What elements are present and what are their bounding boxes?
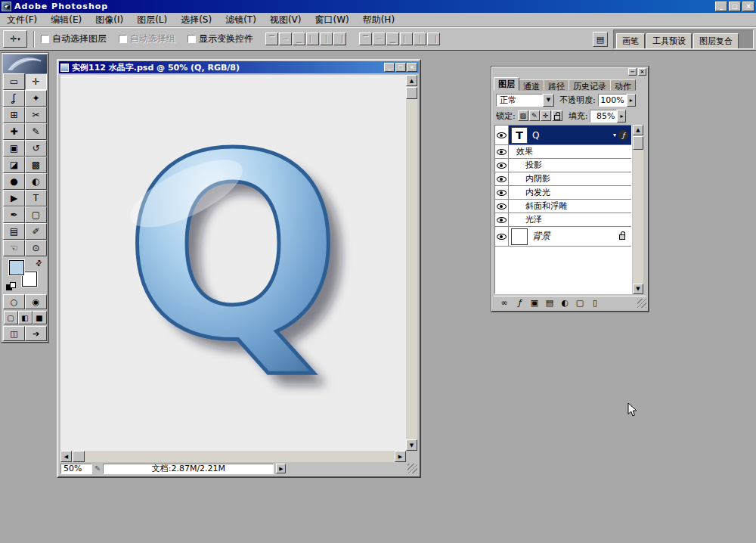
horizontal-scrollbar[interactable]: ◀ ▶ — [60, 451, 406, 462]
adjustment-layer-icon[interactable]: ◐ — [559, 298, 571, 309]
standard-screen-button[interactable]: ▢ — [4, 311, 18, 324]
standard-mode-button[interactable]: ○ — [3, 294, 25, 309]
dodge-tool[interactable]: ◐ — [25, 173, 47, 190]
effects-collapse-icon[interactable]: ▾ — [613, 132, 616, 138]
show-transform-option[interactable]: 显示变换控件 — [187, 33, 253, 45]
brushes-palette-tab[interactable]: 画笔 — [616, 33, 645, 48]
toolbox-header-art[interactable] — [3, 54, 47, 73]
fullscreen-menubar-button[interactable]: ◧ — [18, 311, 33, 324]
notes-tool[interactable]: ▤ — [3, 223, 25, 240]
visibility-toggle[interactable] — [495, 186, 509, 199]
minimize-button[interactable]: _ — [715, 2, 727, 11]
tool-presets-palette-tab[interactable]: 工具预设 — [646, 33, 692, 48]
status-menu-arrow-icon[interactable]: ▶ — [276, 464, 286, 473]
visibility-toggle[interactable] — [495, 172, 509, 185]
history-brush-tool[interactable]: ↺ — [25, 140, 47, 157]
text-layer-thumbnail[interactable]: T — [511, 127, 528, 144]
visibility-toggle[interactable] — [495, 200, 509, 213]
quick-mask-mode-button[interactable]: ◉ — [25, 294, 47, 309]
default-colors-icon[interactable] — [6, 282, 16, 293]
scroll-down-icon[interactable]: ▼ — [406, 439, 417, 451]
lasso-tool[interactable]: ʆ — [3, 90, 25, 107]
document-title-bar[interactable]: 实例112 水晶字.psd @ 50% (Q, RGB/8) _ □ × — [59, 61, 419, 73]
delete-layer-icon[interactable]: ▯ — [589, 298, 601, 309]
edit-in-photoshop-icon[interactable]: ◫ — [3, 326, 25, 341]
auto-select-layer-option[interactable]: 自动选择图层 — [41, 33, 107, 45]
palette-scrollbar[interactable]: ▲ ▼ — [633, 125, 643, 294]
effect-row-inner-glow[interactable]: 内发光 — [495, 186, 631, 200]
link-layers-icon[interactable]: ∞ — [498, 298, 510, 309]
eyedropper-tool[interactable]: ✐ — [25, 223, 47, 240]
menu-filter[interactable]: 滤镜(T) — [218, 13, 263, 27]
visibility-toggle[interactable] — [495, 227, 509, 246]
menu-help[interactable]: 帮助(H) — [356, 13, 401, 27]
effect-row-drop-shadow[interactable]: 投影 — [495, 159, 631, 172]
vertical-scroll-thumb[interactable] — [406, 87, 417, 99]
new-group-icon[interactable]: ▤ — [544, 298, 556, 309]
rectangular-marquee-tool[interactable]: ▭ — [3, 73, 25, 90]
jump-to-imageready-button[interactable]: ➔ — [25, 326, 47, 341]
opacity-input[interactable]: 100% — [598, 94, 627, 107]
magic-wand-tool[interactable]: ✦ — [25, 90, 47, 107]
layer-name[interactable]: Q — [532, 130, 539, 141]
fullscreen-button[interactable]: ■ — [33, 311, 47, 324]
doc-minimize-button[interactable]: _ — [384, 63, 395, 72]
brush-tool[interactable]: ✎ — [25, 123, 47, 140]
fill-slider-icon[interactable]: ▸ — [617, 110, 626, 123]
visibility-toggle[interactable] — [495, 126, 509, 144]
horizontal-scroll-thumb[interactable] — [73, 451, 85, 462]
close-button[interactable]: × — [742, 2, 754, 11]
menu-image[interactable]: 图像(I) — [88, 13, 130, 27]
maximize-button[interactable]: □ — [729, 2, 741, 11]
visibility-toggle[interactable] — [495, 213, 509, 226]
menu-file[interactable]: 文件(F) — [0, 13, 44, 27]
doc-close-button[interactable]: × — [407, 63, 417, 72]
menu-select[interactable]: 选择(S) — [174, 13, 218, 27]
layer-row-background[interactable]: 背景 — [495, 227, 631, 247]
menu-edit[interactable]: 编辑(E) — [44, 13, 88, 27]
effect-row-bevel-emboss[interactable]: 斜面和浮雕 — [495, 200, 631, 213]
path-selection-tool[interactable]: ▶ — [3, 190, 25, 206]
menu-window[interactable]: 窗口(W) — [308, 13, 355, 27]
type-tool[interactable]: T — [25, 190, 47, 206]
layer-row-q[interactable]: T Q ▾ ƒ — [495, 126, 631, 145]
background-swatch[interactable] — [22, 272, 37, 287]
eraser-tool[interactable]: ◪ — [3, 157, 25, 173]
palette-scroll-up-icon[interactable]: ▲ — [633, 125, 643, 135]
crop-tool[interactable]: ⊞ — [3, 107, 25, 123]
add-mask-icon[interactable]: ▣ — [528, 298, 541, 309]
tool-preset-picker[interactable]: ✛ ▾ — [3, 30, 27, 48]
window-resize-grip[interactable] — [407, 464, 417, 473]
healing-brush-tool[interactable]: ✚ — [3, 123, 25, 140]
tab-actions[interactable]: 动作 — [610, 79, 636, 91]
swap-colors-icon[interactable]: ⇄ — [33, 258, 44, 268]
background-layer-thumbnail[interactable] — [511, 228, 528, 245]
gradient-tool[interactable]: ▩ — [25, 157, 47, 173]
pen-tool[interactable]: ✒ — [3, 206, 25, 223]
vertical-scrollbar[interactable]: ▲ ▼ — [406, 75, 417, 451]
palette-scroll-down-icon[interactable]: ▼ — [633, 284, 643, 294]
doc-maximize-button[interactable]: □ — [395, 63, 406, 72]
palette-resize-grip[interactable] — [637, 299, 646, 308]
clone-stamp-tool[interactable]: ▣ — [3, 140, 25, 157]
scroll-left-icon[interactable]: ◀ — [60, 451, 72, 462]
move-tool[interactable]: ✛ — [25, 73, 47, 90]
new-layer-icon[interactable]: ▢ — [574, 298, 586, 309]
palette-title-bar[interactable]: − × — [492, 67, 648, 77]
visibility-toggle[interactable] — [495, 159, 509, 172]
layer-comps-palette-tab[interactable]: 图层复合 — [693, 33, 739, 48]
tab-channels[interactable]: 通道 — [519, 79, 544, 91]
menu-view[interactable]: 视图(V) — [263, 13, 308, 27]
layer-style-icon[interactable]: ƒ — [513, 298, 525, 309]
fill-input[interactable]: 85% — [590, 110, 617, 123]
scroll-right-icon[interactable]: ▶ — [395, 451, 406, 462]
layer-style-badge[interactable]: ƒ — [618, 130, 628, 140]
tab-layers[interactable]: 图层 — [494, 77, 519, 91]
lock-image-toggle[interactable]: ✎ — [529, 110, 540, 121]
auto-select-layer-checkbox[interactable] — [41, 35, 49, 43]
effects-header-row[interactable]: 效果 — [495, 145, 631, 159]
lock-transparency-toggle[interactable]: ▨ — [518, 110, 528, 121]
lock-position-toggle[interactable]: ✛ — [541, 110, 551, 121]
visibility-toggle[interactable] — [495, 145, 509, 158]
file-browser-icon[interactable]: ▤ — [593, 32, 608, 47]
